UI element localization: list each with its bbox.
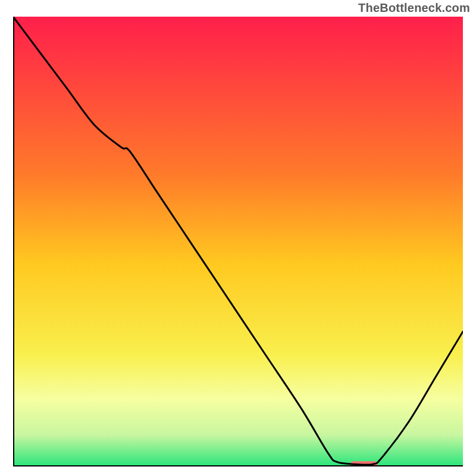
plot-svg xyxy=(13,17,463,466)
watermark-text: TheBottleneck.com xyxy=(358,1,470,15)
plot-background xyxy=(13,17,463,466)
chart-canvas: TheBottleneck.com xyxy=(0,0,476,476)
plot-frame xyxy=(13,17,463,466)
